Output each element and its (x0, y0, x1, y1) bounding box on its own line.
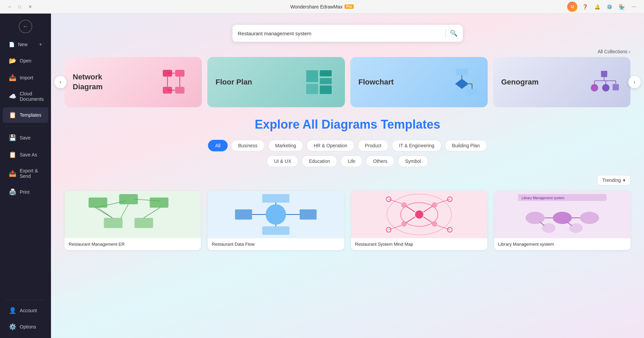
carousel-area: ‹ NetworkDiagram (51, 57, 644, 107)
plus-icon: + (39, 41, 42, 48)
carousel-card-floorplan[interactable]: Floor Plan (207, 57, 345, 107)
back-button[interactable]: ← (0, 16, 51, 37)
carousel-prev-button[interactable]: ‹ (54, 76, 67, 88)
svg-rect-42 (262, 194, 290, 203)
all-collections-link[interactable]: All Collections › (597, 49, 630, 54)
search-divider (446, 29, 446, 37)
save-icon: 💾 (9, 134, 16, 142)
sidebar-item-saveas[interactable]: 📋 Save As (3, 147, 48, 163)
sidebar-item-new[interactable]: 📄 New + (3, 37, 48, 52)
sidebar-item-print[interactable]: 🖨️ Print (3, 184, 48, 200)
collections-bar: All Collections › (51, 49, 644, 57)
carousel-label-flowchart: Flowchart (359, 78, 394, 87)
search-area: 🔍 (51, 14, 644, 49)
minimize-button[interactable]: ─ (5, 4, 14, 9)
template-card-3[interactable]: Restaurant System Mind Map (351, 191, 487, 250)
new-icon: 📄 (9, 42, 15, 47)
app-name: Wondershare EdrawMax (290, 4, 343, 10)
sidebar-item-templates[interactable]: 📋 Templates (3, 107, 48, 123)
svg-marker-14 (455, 79, 469, 89)
svg-point-73 (542, 223, 555, 233)
notification-icon[interactable]: 🔔 (592, 2, 602, 12)
sidebar-item-export[interactable]: 📤 Export & Send (3, 164, 48, 183)
titlebar-actions: U ❓ 🔔 ⚙️ 🏪 ⋯ (567, 2, 639, 12)
genogram-icon (588, 65, 622, 99)
svg-rect-3 (175, 87, 185, 94)
all-collections-label: All Collections (597, 49, 627, 54)
open-icon: 📂 (9, 57, 16, 64)
svg-line-53 (423, 206, 433, 212)
explore-title: Explore All Diagrams Templates (65, 117, 630, 132)
main-content: 🔍 All Collections › ‹ NetworkDiagram (51, 14, 644, 338)
template-title-2: Restaurant Data Flow (208, 238, 344, 250)
sort-dropdown[interactable]: Trending ▾ (597, 175, 630, 185)
cloud-label: Cloud Documents (20, 91, 44, 102)
filter-tab-business[interactable]: Business (231, 140, 265, 151)
carousel-label-floorplan: Floor Plan (215, 77, 252, 87)
filter-tab-ui[interactable]: UI & UX (267, 155, 298, 167)
carousel-card-flowchart[interactable]: Flowchart (350, 57, 488, 107)
sidebar-item-save[interactable]: 💾 Save (3, 130, 48, 146)
store-icon[interactable]: 🏪 (617, 2, 626, 12)
template-card-4[interactable]: Library Management system Libra (494, 191, 630, 250)
sort-bar: Trending ▾ (65, 175, 630, 185)
template-title-3: Restaurant System Mind Map (351, 238, 487, 250)
filter-tab-symbol[interactable]: Symbol (398, 155, 428, 167)
app-title-area: Wondershare EdrawMax Pro (290, 4, 353, 10)
svg-line-67 (437, 225, 450, 230)
template-card-2[interactable]: Restaurant Data Flow (208, 191, 344, 250)
print-icon: 🖨️ (9, 188, 16, 196)
more-icon[interactable]: ⋯ (629, 2, 639, 12)
saveas-label: Save As (20, 152, 37, 157)
svg-text:Library Management system: Library Management system (521, 196, 564, 200)
svg-point-21 (602, 84, 610, 92)
search-button[interactable]: 🔍 (450, 30, 457, 37)
carousel-card-genogram[interactable]: Genogram (493, 57, 630, 107)
sidebar-item-import[interactable]: 📥 Import (3, 70, 48, 86)
filter-tab-education[interactable]: Education (302, 155, 337, 167)
sidebar-item-cloud[interactable]: ☁️ Cloud Documents (3, 87, 48, 106)
filter-tab-it[interactable]: IT & Engineering (392, 140, 441, 151)
sidebar-item-open[interactable]: 📂 Open (3, 53, 48, 69)
account-icon: 👤 (9, 307, 16, 314)
svg-line-54 (405, 217, 415, 223)
svg-point-58 (401, 221, 406, 227)
carousel-next-button[interactable]: › (628, 76, 641, 88)
maximize-button[interactable]: □ (16, 4, 24, 9)
account-label: Account (20, 308, 37, 313)
svg-rect-13 (456, 69, 468, 75)
saveas-icon: 📋 (9, 151, 16, 158)
carousel-items: NetworkDiagram (65, 57, 630, 107)
avatar[interactable]: U (567, 2, 577, 12)
template-title-1: Restaurant Management ER (65, 238, 201, 250)
search-input[interactable] (238, 31, 441, 36)
chevron-down-icon: ▾ (623, 177, 625, 183)
filter-tab-others[interactable]: Others (366, 155, 395, 167)
svg-rect-28 (89, 198, 107, 208)
settings-icon[interactable]: ⚙️ (605, 2, 614, 12)
carousel-card-network[interactable]: NetworkDiagram (65, 57, 202, 107)
svg-point-59 (432, 221, 437, 227)
svg-point-51 (415, 210, 423, 219)
filter-tab-life[interactable]: Life (341, 155, 363, 167)
svg-point-72 (580, 212, 599, 224)
template-card-1[interactable]: Restaurant Management ER (65, 191, 201, 250)
template-thumb-3 (351, 191, 487, 238)
filter-tabs-row1: All Business Marketing HR & Operation Pr… (65, 140, 630, 151)
sort-label: Trending (602, 177, 621, 183)
sidebar-item-account[interactable]: 👤 Account (3, 303, 48, 318)
export-label: Export & Send (20, 168, 42, 179)
filter-tab-building[interactable]: Building Plan (445, 140, 487, 151)
sidebar-item-options[interactable]: ⚙️ Options (3, 319, 48, 335)
filter-tab-marketing[interactable]: Marketing (268, 140, 303, 151)
filter-tab-all[interactable]: All (208, 140, 228, 151)
titlebar: ─ □ ✕ Wondershare EdrawMax Pro U ❓ 🔔 ⚙️ … (0, 0, 644, 14)
save-label: Save (20, 135, 31, 140)
template-title-4: Library Management system (494, 238, 630, 250)
carousel-label-network: NetworkDiagram (73, 72, 103, 92)
filter-tab-product[interactable]: Product (358, 140, 388, 151)
help-icon[interactable]: ❓ (580, 2, 590, 12)
close-button[interactable]: ✕ (26, 4, 35, 9)
svg-point-40 (266, 204, 286, 225)
filter-tab-hr[interactable]: HR & Operation (307, 140, 354, 151)
